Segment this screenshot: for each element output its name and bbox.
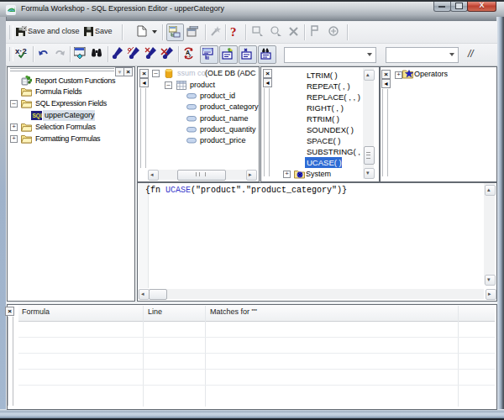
svg-text:z: z bbox=[189, 53, 192, 58]
svg-text:x·2: x·2 bbox=[15, 46, 27, 55]
svg-text:SQL: SQL bbox=[33, 113, 43, 119]
